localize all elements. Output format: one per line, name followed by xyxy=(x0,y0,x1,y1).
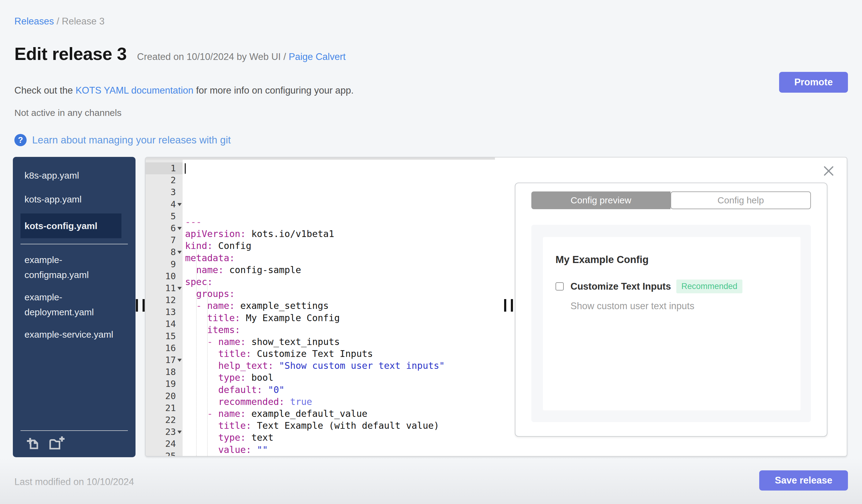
code-line-5: name: config-sample xyxy=(183,264,495,276)
code-line-9: title: My Example Config xyxy=(183,312,495,324)
gutter-line-13: 13 xyxy=(146,306,183,318)
sidebar-spacer xyxy=(13,349,135,430)
tab-config-preview[interactable]: Config preview xyxy=(531,191,670,209)
config-group-title: My Example Config xyxy=(556,254,800,265)
git-releases-link[interactable]: Learn about managing your releases with … xyxy=(32,134,231,146)
code-line-18: title: Text Example (with default value) xyxy=(183,420,495,432)
code-editor[interactable]: 1234567891011121314151617181920212223242… xyxy=(146,158,495,456)
tab-config-help[interactable]: Config help xyxy=(670,191,811,209)
code-line-2: apiVersion: kots.io/v1beta1 xyxy=(183,228,495,240)
config-item-label: Customize Text Inputs xyxy=(571,281,671,292)
file-label: example-service.yaml xyxy=(25,327,114,342)
token-dash: - xyxy=(196,300,207,311)
gutter-line-8: 8 xyxy=(146,246,183,258)
token-plain: example_default_value xyxy=(246,408,367,419)
fold-arrow-icon[interactable] xyxy=(178,359,182,362)
token-key: value: xyxy=(218,445,251,455)
gutter-line-22: 22 xyxy=(146,414,183,426)
token-sep: --- xyxy=(185,216,201,227)
code-line-12: title: Customize Text Inputs xyxy=(183,348,495,360)
file-label: example-configmap.yaml xyxy=(25,252,114,282)
token-plain xyxy=(185,265,196,275)
config-preview-panel: Config preview Config help My Example Co… xyxy=(515,183,827,437)
add-folder-icon[interactable] xyxy=(48,436,65,452)
sidebar-resize-handle[interactable] xyxy=(143,299,145,311)
token-str: "" xyxy=(251,445,268,455)
breadcrumb-current: Release 3 xyxy=(62,16,105,27)
channel-status: Not active in any channels xyxy=(14,108,121,118)
token-plain: config-sample xyxy=(224,265,301,275)
doc-hint-suffix: for more info on configuring your app. xyxy=(193,85,354,96)
gutter-line-25: 25 xyxy=(146,450,183,456)
token-plain: My Example Config xyxy=(240,313,340,323)
add-file-icon[interactable] xyxy=(26,436,40,452)
gutter-line-3: 3 xyxy=(146,186,183,198)
fold-arrow-icon[interactable] xyxy=(178,430,182,434)
token-plain: Config xyxy=(213,240,251,251)
close-icon[interactable] xyxy=(823,165,835,177)
sidebar-item-kots-config-yaml[interactable]: kots-config.yaml xyxy=(21,213,121,238)
gutter-line-11: 11 xyxy=(146,282,183,294)
code-line-6: spec: xyxy=(183,276,495,288)
doc-hint-line: Check out the KOTS YAML documentation fo… xyxy=(14,85,354,96)
fold-arrow-icon[interactable] xyxy=(178,251,182,254)
fold-arrow-icon[interactable] xyxy=(178,287,182,290)
file-label: k8s-app.yaml xyxy=(25,168,114,183)
sidebar-item-k8s-app-yaml[interactable]: k8s-app.yaml xyxy=(21,168,121,183)
fold-arrow-icon[interactable] xyxy=(178,203,182,206)
gutter-line-24: 24 xyxy=(146,438,183,450)
fold-arrow-icon[interactable] xyxy=(178,227,182,230)
code-line-10: items: xyxy=(183,324,495,336)
token-plain xyxy=(185,360,218,371)
token-key: type: xyxy=(218,372,246,383)
token-key: spec: xyxy=(185,277,213,287)
token-key: name: xyxy=(218,336,246,347)
code-line-19: type: text xyxy=(183,432,495,443)
sidebar-item-example-configmap-yaml[interactable]: example-configmap.yaml xyxy=(21,252,121,282)
sidebar-item-example-service-yaml[interactable]: example-service.yaml xyxy=(21,327,121,342)
sidebar-divider xyxy=(21,244,128,244)
code-line-21: default: please change this value xyxy=(183,456,495,456)
breadcrumb-releases-link[interactable]: Releases xyxy=(14,16,54,27)
file-sidebar: k8s-app.yamlkots-app.yamlkots-config.yam… xyxy=(13,157,135,457)
customize-text-inputs-checkbox[interactable] xyxy=(556,282,564,291)
code-line-14: type: bool xyxy=(183,372,495,384)
author-link[interactable]: Paige Calvert xyxy=(289,51,346,62)
code-line-3: kind: Config xyxy=(183,240,495,252)
preview-resize-handle[interactable] xyxy=(504,299,506,311)
token-plain xyxy=(185,348,218,359)
token-plain xyxy=(185,300,196,311)
code-line-16: recommended: true xyxy=(183,396,495,408)
sidebar-resize-handle[interactable] xyxy=(136,299,138,311)
editor-gutter[interactable]: 1234567891011121314151617181920212223242… xyxy=(146,158,183,456)
token-plain: kots.io/v1beta1 xyxy=(246,228,334,239)
token-plain xyxy=(185,445,218,455)
token-dash: - xyxy=(207,408,218,419)
promote-button[interactable]: Promote xyxy=(779,72,848,93)
gutter-line-5: 5 xyxy=(146,210,183,222)
gutter-line-19: 19 xyxy=(146,378,183,390)
gutter-line-7: 7 xyxy=(146,234,183,246)
editor-code-area[interactable]: ---apiVersion: kots.io/v1beta1kind: Conf… xyxy=(183,158,495,456)
token-plain: show_text_inputs xyxy=(246,336,340,347)
token-key: recommended: xyxy=(218,396,285,407)
gutter-line-14: 14 xyxy=(146,318,183,330)
save-release-button[interactable]: Save release xyxy=(759,470,848,491)
preview-resize-handle[interactable] xyxy=(511,299,513,311)
sidebar-item-example-deployment-yaml[interactable]: example-deployment.yaml xyxy=(21,290,121,320)
text-cursor xyxy=(185,163,186,174)
indent-guide xyxy=(196,247,197,456)
token-const: true xyxy=(285,396,312,407)
gutter-line-6: 6 xyxy=(146,222,183,234)
question-circle-icon[interactable]: ? xyxy=(14,134,27,146)
token-key: metadata: xyxy=(185,253,235,263)
gutter-line-18: 18 xyxy=(146,366,183,378)
config-preview-area: My Example Config Customize Text Inputs … xyxy=(531,225,811,422)
sidebar-item-kots-app-yaml[interactable]: kots-app.yaml xyxy=(21,192,121,207)
gutter-line-16: 16 xyxy=(146,342,183,354)
token-plain xyxy=(185,288,196,299)
file-list-top: k8s-app.yamlkots-app.yamlkots-config.yam… xyxy=(13,168,135,238)
kots-yaml-doc-link[interactable]: KOTS YAML documentation xyxy=(76,85,193,96)
token-str: "0" xyxy=(262,384,285,395)
doc-hint-prefix: Check out the xyxy=(14,85,76,96)
